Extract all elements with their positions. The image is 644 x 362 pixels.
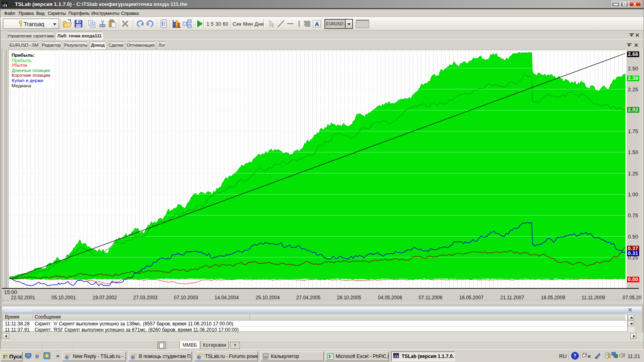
svg-text:A: A bbox=[315, 21, 319, 27]
svg-text:?: ? bbox=[574, 353, 576, 359]
